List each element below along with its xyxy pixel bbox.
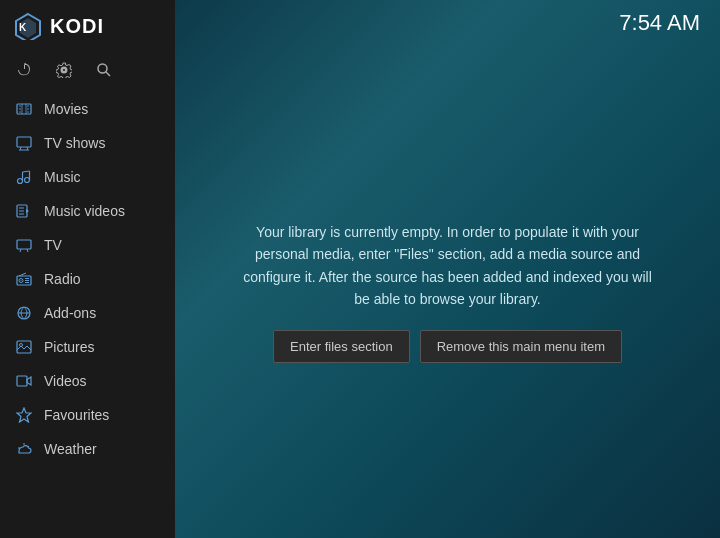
addons-icon xyxy=(14,303,34,323)
svg-point-7 xyxy=(19,108,21,110)
videos-icon xyxy=(14,371,34,391)
music-label: Music xyxy=(44,169,81,185)
kodi-logo: K xyxy=(14,12,42,40)
settings-button[interactable] xyxy=(54,60,74,80)
sidebar-item-tv-shows[interactable]: TV shows xyxy=(0,126,175,160)
sidebar-item-weather[interactable]: Weather xyxy=(0,432,175,466)
addons-label: Add-ons xyxy=(44,305,96,321)
weather-icon xyxy=(14,439,34,459)
svg-line-22 xyxy=(23,171,30,172)
tv-icon xyxy=(14,235,34,255)
remove-menu-item-button[interactable]: Remove this main menu item xyxy=(420,330,622,363)
movies-label: Movies xyxy=(44,101,88,117)
top-bar: 7:54 AM xyxy=(175,0,720,46)
svg-point-10 xyxy=(27,108,29,110)
sidebar: K KODI Movies TV shows xyxy=(0,0,175,538)
svg-text:K: K xyxy=(19,22,27,33)
pictures-label: Pictures xyxy=(44,339,95,355)
svg-marker-44 xyxy=(17,408,31,422)
svg-rect-28 xyxy=(17,240,31,249)
content-area: Your library is currently empty. In orde… xyxy=(175,46,720,538)
action-buttons: Enter files section Remove this main men… xyxy=(273,330,622,363)
svg-rect-14 xyxy=(17,137,31,147)
power-button[interactable] xyxy=(14,60,34,80)
music-icon xyxy=(14,167,34,187)
videos-label: Videos xyxy=(44,373,87,389)
movies-icon xyxy=(14,99,34,119)
time-display: 7:54 AM xyxy=(619,10,700,36)
sidebar-item-movies[interactable]: Movies xyxy=(0,92,175,126)
svg-point-3 xyxy=(98,64,107,73)
app-title: KODI xyxy=(50,15,104,38)
svg-point-8 xyxy=(19,111,21,113)
empty-library-message: Your library is currently empty. In orde… xyxy=(238,221,658,311)
sidebar-navigation: Movies TV shows Music Music videos xyxy=(0,92,175,538)
sidebar-item-radio[interactable]: Radio xyxy=(0,262,175,296)
pictures-icon xyxy=(14,337,34,357)
radio-icon xyxy=(14,269,34,289)
sidebar-item-tv[interactable]: TV xyxy=(0,228,175,262)
sidebar-item-favourites[interactable]: Favourites xyxy=(0,398,175,432)
svg-rect-42 xyxy=(17,376,27,386)
search-button[interactable] xyxy=(94,60,114,80)
sidebar-item-pictures[interactable]: Pictures xyxy=(0,330,175,364)
favourites-icon xyxy=(14,405,34,425)
svg-point-18 xyxy=(18,179,23,184)
svg-point-11 xyxy=(27,111,29,113)
svg-point-19 xyxy=(25,178,30,183)
tv-shows-icon xyxy=(14,133,34,153)
tv-label: TV xyxy=(44,237,62,253)
sidebar-item-videos[interactable]: Videos xyxy=(0,364,175,398)
favourites-label: Favourites xyxy=(44,407,109,423)
radio-label: Radio xyxy=(44,271,81,287)
svg-point-6 xyxy=(19,105,21,107)
sidebar-item-music[interactable]: Music xyxy=(0,160,175,194)
svg-marker-43 xyxy=(27,377,31,385)
svg-point-34 xyxy=(21,280,22,281)
sidebar-toolbar xyxy=(0,52,175,92)
svg-point-9 xyxy=(27,105,29,107)
app-header: K KODI xyxy=(0,0,175,52)
main-content: 7:54 AM Your library is currently empty.… xyxy=(175,0,720,538)
enter-files-button[interactable]: Enter files section xyxy=(273,330,410,363)
tv-shows-label: TV shows xyxy=(44,135,105,151)
svg-rect-40 xyxy=(17,341,31,353)
music-videos-label: Music videos xyxy=(44,203,125,219)
music-videos-icon xyxy=(14,201,34,221)
sidebar-item-addons[interactable]: Add-ons xyxy=(0,296,175,330)
sidebar-item-music-videos[interactable]: Music videos xyxy=(0,194,175,228)
weather-label: Weather xyxy=(44,441,97,457)
svg-line-4 xyxy=(106,72,110,76)
svg-rect-5 xyxy=(17,104,31,114)
svg-line-46 xyxy=(28,446,29,447)
